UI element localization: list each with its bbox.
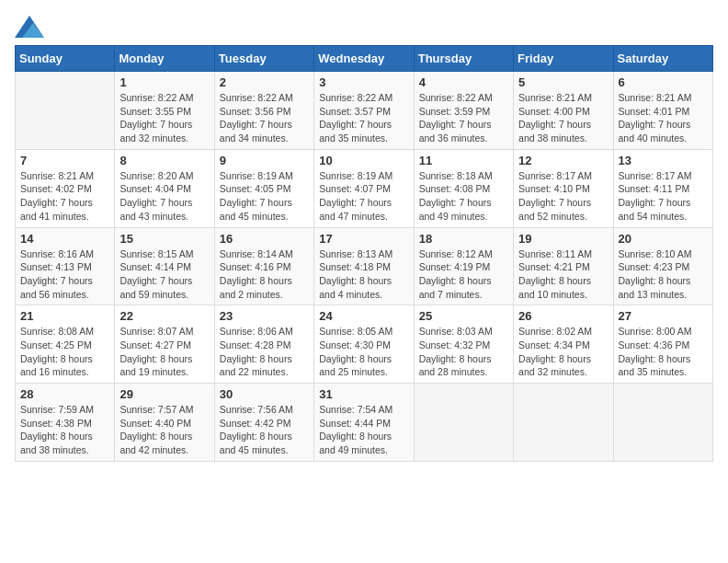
calendar-cell: 11Sunrise: 8:18 AMSunset: 4:08 PMDayligh… xyxy=(414,149,513,227)
day-info: Sunrise: 8:19 AMSunset: 4:05 PMDaylight:… xyxy=(220,169,309,224)
day-number: 14 xyxy=(20,232,109,246)
calendar-cell: 1Sunrise: 8:22 AMSunset: 3:55 PMDaylight… xyxy=(115,72,214,150)
day-number: 13 xyxy=(619,154,708,167)
calendar-week-2: 7Sunrise: 8:21 AMSunset: 4:02 PMDaylight… xyxy=(16,149,713,227)
calendar-cell: 23Sunrise: 8:06 AMSunset: 4:28 PMDayligh… xyxy=(214,305,313,384)
weekday-header-monday: Monday xyxy=(115,46,214,72)
header xyxy=(15,15,713,34)
day-info: Sunrise: 7:59 AMSunset: 4:38 PMDaylight:… xyxy=(20,403,109,457)
day-number: 2 xyxy=(220,75,309,89)
weekday-header-tuesday: Tuesday xyxy=(214,46,313,72)
calendar-cell: 21Sunrise: 8:08 AMSunset: 4:25 PMDayligh… xyxy=(16,305,115,384)
calendar-cell: 25Sunrise: 8:03 AMSunset: 4:32 PMDayligh… xyxy=(414,305,513,384)
calendar-cell: 6Sunrise: 8:21 AMSunset: 4:01 PMDaylight… xyxy=(613,72,712,150)
day-number: 21 xyxy=(20,309,109,323)
day-number: 19 xyxy=(518,232,608,246)
day-number: 30 xyxy=(220,387,309,401)
day-info: Sunrise: 8:21 AMSunset: 4:02 PMDaylight:… xyxy=(20,169,109,224)
calendar-cell: 12Sunrise: 8:17 AMSunset: 4:10 PMDayligh… xyxy=(514,149,613,227)
day-number: 22 xyxy=(119,309,209,323)
day-info: Sunrise: 8:07 AMSunset: 4:27 PMDaylight:… xyxy=(119,325,209,379)
day-info: Sunrise: 8:00 AMSunset: 4:36 PMDaylight:… xyxy=(619,325,708,379)
calendar-cell: 26Sunrise: 8:02 AMSunset: 4:34 PMDayligh… xyxy=(514,305,613,384)
calendar-cell: 30Sunrise: 7:56 AMSunset: 4:42 PMDayligh… xyxy=(214,384,313,462)
calendar-week-3: 14Sunrise: 8:16 AMSunset: 4:13 PMDayligh… xyxy=(16,227,713,305)
calendar-cell: 22Sunrise: 8:07 AMSunset: 4:27 PMDayligh… xyxy=(115,305,214,384)
day-number: 3 xyxy=(319,75,408,89)
day-info: Sunrise: 8:05 AMSunset: 4:30 PMDaylight:… xyxy=(319,325,408,379)
calendar-cell: 10Sunrise: 8:19 AMSunset: 4:07 PMDayligh… xyxy=(314,149,414,227)
day-info: Sunrise: 8:22 AMSunset: 3:56 PMDaylight:… xyxy=(220,91,309,145)
day-number: 18 xyxy=(419,232,508,246)
calendar-cell: 27Sunrise: 8:00 AMSunset: 4:36 PMDayligh… xyxy=(613,305,712,384)
calendar-cell: 28Sunrise: 7:59 AMSunset: 4:38 PMDayligh… xyxy=(16,384,115,462)
day-info: Sunrise: 8:02 AMSunset: 4:34 PMDaylight:… xyxy=(518,325,608,379)
calendar-cell: 20Sunrise: 8:10 AMSunset: 4:23 PMDayligh… xyxy=(613,227,712,305)
day-number: 24 xyxy=(319,309,408,323)
calendar-cell: 3Sunrise: 8:22 AMSunset: 3:57 PMDaylight… xyxy=(314,72,414,150)
weekday-header-thursday: Thursday xyxy=(414,46,513,72)
calendar-cell xyxy=(16,72,115,150)
weekday-header-wednesday: Wednesday xyxy=(314,46,414,72)
day-info: Sunrise: 8:21 AMSunset: 4:01 PMDaylight:… xyxy=(619,91,708,145)
day-number: 26 xyxy=(518,309,608,323)
day-number: 8 xyxy=(119,154,209,167)
weekday-header-saturday: Saturday xyxy=(613,46,712,72)
calendar-cell xyxy=(414,384,513,462)
calendar-cell: 17Sunrise: 8:13 AMSunset: 4:18 PMDayligh… xyxy=(314,227,414,305)
calendar-week-4: 21Sunrise: 8:08 AMSunset: 4:25 PMDayligh… xyxy=(16,305,713,384)
day-info: Sunrise: 8:10 AMSunset: 4:23 PMDaylight:… xyxy=(619,247,708,302)
day-number: 27 xyxy=(619,309,708,323)
day-number: 15 xyxy=(119,232,209,246)
logo xyxy=(15,15,44,34)
calendar-cell: 14Sunrise: 8:16 AMSunset: 4:13 PMDayligh… xyxy=(16,227,115,305)
day-number: 17 xyxy=(319,232,408,246)
calendar-cell: 19Sunrise: 8:11 AMSunset: 4:21 PMDayligh… xyxy=(514,227,613,305)
day-number: 20 xyxy=(619,232,708,246)
calendar-cell: 9Sunrise: 8:19 AMSunset: 4:05 PMDaylight… xyxy=(214,149,313,227)
calendar-cell: 18Sunrise: 8:12 AMSunset: 4:19 PMDayligh… xyxy=(414,227,513,305)
calendar-table: SundayMondayTuesdayWednesdayThursdayFrid… xyxy=(15,45,713,462)
day-number: 29 xyxy=(119,387,209,401)
day-number: 25 xyxy=(419,309,508,323)
day-info: Sunrise: 8:17 AMSunset: 4:11 PMDaylight:… xyxy=(619,169,708,224)
calendar-cell: 24Sunrise: 8:05 AMSunset: 4:30 PMDayligh… xyxy=(314,305,414,384)
calendar-cell: 16Sunrise: 8:14 AMSunset: 4:16 PMDayligh… xyxy=(214,227,313,305)
day-info: Sunrise: 8:11 AMSunset: 4:21 PMDaylight:… xyxy=(518,247,608,302)
calendar-cell: 31Sunrise: 7:54 AMSunset: 4:44 PMDayligh… xyxy=(314,384,414,462)
calendar-body: 1Sunrise: 8:22 AMSunset: 3:55 PMDaylight… xyxy=(16,72,713,462)
day-info: Sunrise: 8:08 AMSunset: 4:25 PMDaylight:… xyxy=(20,325,109,379)
day-info: Sunrise: 8:14 AMSunset: 4:16 PMDaylight:… xyxy=(220,247,309,302)
calendar-week-1: 1Sunrise: 8:22 AMSunset: 3:55 PMDaylight… xyxy=(16,72,713,150)
calendar-cell: 5Sunrise: 8:21 AMSunset: 4:00 PMDaylight… xyxy=(514,72,613,150)
calendar-week-5: 28Sunrise: 7:59 AMSunset: 4:38 PMDayligh… xyxy=(16,384,713,462)
day-info: Sunrise: 7:57 AMSunset: 4:40 PMDaylight:… xyxy=(119,403,209,457)
day-number: 10 xyxy=(319,154,408,167)
day-number: 23 xyxy=(220,309,309,323)
day-number: 5 xyxy=(518,75,608,89)
day-number: 4 xyxy=(419,75,508,89)
day-info: Sunrise: 8:22 AMSunset: 3:59 PMDaylight:… xyxy=(419,91,508,145)
day-info: Sunrise: 8:22 AMSunset: 3:57 PMDaylight:… xyxy=(319,91,408,145)
day-info: Sunrise: 7:54 AMSunset: 4:44 PMDaylight:… xyxy=(319,403,408,457)
day-info: Sunrise: 8:21 AMSunset: 4:00 PMDaylight:… xyxy=(518,91,608,145)
day-info: Sunrise: 7:56 AMSunset: 4:42 PMDaylight:… xyxy=(220,403,309,457)
calendar-cell: 8Sunrise: 8:20 AMSunset: 4:04 PMDaylight… xyxy=(115,149,214,227)
day-number: 9 xyxy=(220,154,309,167)
calendar-cell xyxy=(514,384,613,462)
weekday-header-sunday: Sunday xyxy=(16,46,115,72)
day-number: 6 xyxy=(619,75,708,89)
calendar-cell: 7Sunrise: 8:21 AMSunset: 4:02 PMDaylight… xyxy=(16,149,115,227)
weekday-header-row: SundayMondayTuesdayWednesdayThursdayFrid… xyxy=(16,46,713,72)
day-info: Sunrise: 8:18 AMSunset: 4:08 PMDaylight:… xyxy=(419,169,508,224)
weekday-header-friday: Friday xyxy=(514,46,613,72)
day-number: 11 xyxy=(419,154,508,167)
calendar-cell xyxy=(613,384,712,462)
day-info: Sunrise: 8:17 AMSunset: 4:10 PMDaylight:… xyxy=(518,169,608,224)
day-info: Sunrise: 8:16 AMSunset: 4:13 PMDaylight:… xyxy=(20,247,109,302)
day-info: Sunrise: 8:19 AMSunset: 4:07 PMDaylight:… xyxy=(319,169,408,224)
day-info: Sunrise: 8:12 AMSunset: 4:19 PMDaylight:… xyxy=(419,247,508,302)
calendar-cell: 29Sunrise: 7:57 AMSunset: 4:40 PMDayligh… xyxy=(115,384,214,462)
day-info: Sunrise: 8:22 AMSunset: 3:55 PMDaylight:… xyxy=(119,91,209,145)
day-number: 7 xyxy=(20,154,109,167)
